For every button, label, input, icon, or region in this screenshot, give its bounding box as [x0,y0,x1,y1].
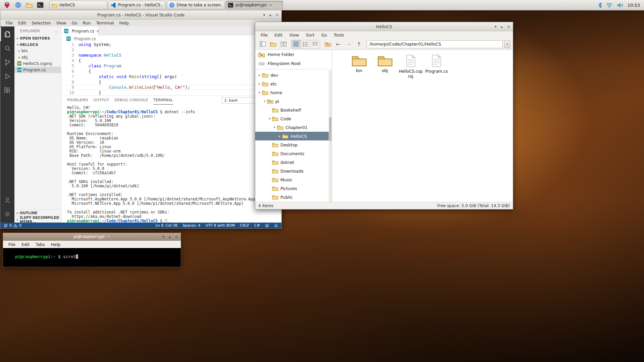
up-button[interactable]: ↑ [354,40,364,49]
menu-item-file[interactable]: File [5,242,18,247]
launcher-terminal[interactable] [36,1,45,9]
chevron-right-icon[interactable]: ▸ [277,134,282,138]
menu-item-help[interactable]: Help [48,242,64,247]
launcher-file-manager[interactable] [25,1,34,9]
tree-item-desktop[interactable]: Desktop [255,140,332,149]
taskbar-window-how-to-take-a-screen[interactable]: [How to take a screen... [167,1,224,9]
tree-item-bookshelf[interactable]: Bookshelf [255,106,332,114]
clock[interactable]: 10:53 [628,3,640,8]
file-obj[interactable]: obj [372,54,398,73]
run-debug-icon[interactable] [0,69,14,83]
chevron-down-icon[interactable]: ▾ [262,100,267,103]
chevron-down-icon[interactable]: ▾ [257,91,262,94]
launcher-menu[interactable] [3,1,11,9]
tree-item-etc[interactable]: ▸etc [255,79,332,88]
panel-tab-terminal[interactable]: TERMINAL [153,96,173,105]
project-section[interactable]: ▾ HELLOCS [14,41,61,48]
menu-item-file[interactable]: File [257,33,271,38]
tree-item-home[interactable]: ▾home [255,88,332,97]
new-folder-button[interactable] [268,40,278,49]
file-manager-titlebar[interactable]: HelloCS ▾ ▴ × [255,22,513,31]
chevron-down-icon[interactable]: ▾ [272,126,277,129]
menu-item-run[interactable]: Run [80,20,94,25]
menu-item-go[interactable]: Go [318,33,330,38]
wifi-icon[interactable] [606,2,613,8]
tree-item-code[interactable]: ▾Code [255,114,332,123]
tree-item-pictures[interactable]: Pictures [255,184,332,193]
taskbar-window-hellocs[interactable]: HelloCS [49,1,107,9]
tree-item-dev[interactable]: ▸dev [255,71,332,79]
close-icon[interactable]: × [276,13,279,17]
status-utf-8-with-bom[interactable]: UTF-8 with BOM [205,223,235,228]
menu-item-help[interactable]: Help [117,20,132,25]
close-tab-icon[interactable]: × [96,29,99,34]
tree-item-documents[interactable]: Documents [255,149,332,158]
close-icon[interactable]: × [175,235,178,239]
bluetooth-icon[interactable] [598,2,602,8]
compact-view-button[interactable] [310,40,320,48]
scrollbar-thumb[interactable] [329,117,331,141]
launcher-web-browser[interactable] [14,1,22,9]
unshade-icon[interactable]: ▴ [269,13,271,17]
taskbar-window-program-cs-hellocs[interactable]: Program.cs - HelloCS... [108,1,166,9]
menu-item-terminal[interactable]: Terminal [94,20,117,25]
path-dropdown-button[interactable]: ▾ [504,40,510,48]
path-input[interactable] [367,40,503,48]
problems-status[interactable]: 0 0 [4,223,21,228]
menu-item-file[interactable]: File [3,20,15,25]
tab-program-cs[interactable]: C# Program.cs × [61,26,98,36]
ilspy-section[interactable]: ▸ ILSPY DECOMPILED MEMB... [14,216,61,223]
account-icon[interactable] [0,193,14,207]
close-icon[interactable]: × [507,24,510,29]
side-pane-toggle-button[interactable] [258,40,267,49]
extensions-icon[interactable] [0,83,14,98]
open-editors-section[interactable]: ▸ OPEN EDITORS [14,35,61,41]
file-hellocs-csproj[interactable]: HelloCS.csproj [398,54,424,79]
status-c[interactable]: C# [254,223,260,228]
feedback-icon[interactable] [265,224,269,228]
settings-gear-icon[interactable] [0,207,14,221]
terminal-screen[interactable]: pi@raspberrypi:~ $ scrot [3,248,181,267]
explorer-icon[interactable] [0,27,14,41]
status-ln-9-col-38[interactable]: Ln 9, Col 38 [155,223,177,228]
unshade-icon[interactable]: ▴ [501,24,503,29]
panel-tab-problems[interactable]: PROBLEMS [67,96,88,105]
file-list-view[interactable]: binobjHelloCS.csprojProgram.cs [332,50,513,202]
menu-item-go[interactable]: Go [69,20,80,25]
taskbar-window-pi-raspberrypi[interactable]: pi@raspberrypi: ~ [225,1,283,9]
chevron-down-icon[interactable]: ▾ [267,117,272,120]
menu-item-tabs[interactable]: Tabs [33,242,48,247]
back-button[interactable]: ← [333,40,343,49]
shade-icon[interactable]: ▾ [163,235,165,239]
forward-button[interactable]: → [344,40,353,49]
chevron-right-icon[interactable]: ▸ [257,73,262,77]
explorer-item-program-cs[interactable]: C#Program.cs [14,67,61,73]
status-crlf[interactable]: CRLF [240,223,249,228]
file-bin[interactable]: bin [346,54,372,73]
breadcrumb[interactable]: C# Program.cs [61,36,281,42]
home-button[interactable] [323,40,332,49]
explorer-item-hellocs-csproj[interactable]: C#HelloCS.csproj [14,60,61,67]
tree-item-downloads[interactable]: Downloads [255,167,332,175]
tree-item-chapter01[interactable]: ▾Chapter01 [255,123,332,132]
menu-item-selection[interactable]: Selection [29,20,54,25]
tree-item-public[interactable]: Public [255,193,332,201]
menu-item-view[interactable]: View [54,20,69,25]
bell-icon[interactable] [274,224,278,228]
dual-pane-button[interactable] [279,40,288,49]
menu-item-edit[interactable]: Edit [18,242,33,247]
menu-item-tools[interactable]: Tools [330,33,347,38]
file-program-cs[interactable]: Program.cs [424,54,449,74]
menu-item-edit[interactable]: Edit [15,20,29,25]
code-editor[interactable]: 1using System;23namespace HelloCS4{5 cla… [61,42,281,96]
tree-item-dotnet[interactable]: dotnet [255,158,332,167]
vscode-titlebar[interactable]: Program.cs - HelloCS - Visual Studio Cod… [0,10,281,19]
source-control-icon[interactable] [0,55,14,69]
icon-view-button[interactable] [291,40,301,48]
shade-icon[interactable]: ▾ [495,24,497,29]
unshade-icon[interactable]: ▴ [169,235,171,239]
menu-item-view[interactable]: View [286,33,303,38]
tree-item-pi[interactable]: ▾pi [255,97,332,106]
place-home-folder[interactable]: Home Folder [255,50,332,59]
integrated-terminal[interactable]: Hello, C#!pi@raspberrypi:~/Code/Chapter0… [61,105,281,223]
